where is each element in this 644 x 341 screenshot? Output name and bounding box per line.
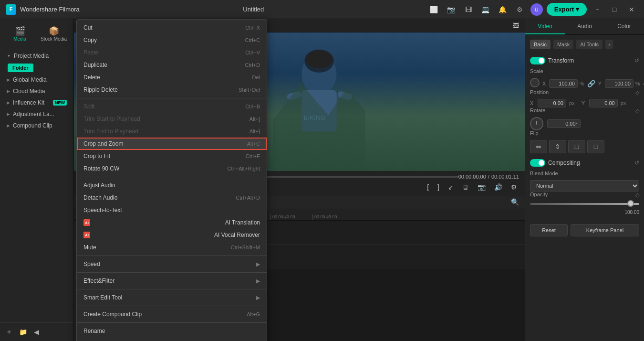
menu-sep-7 bbox=[77, 322, 267, 323]
ai-badge-vocal: AI bbox=[83, 232, 90, 238]
title-bar-right: ⬜ 📷 🎞 💻 🔔 ⚙ U Export ▾ − □ ✕ bbox=[427, 3, 638, 16]
avatar[interactable]: U bbox=[530, 3, 543, 16]
toolbar-icon-1[interactable]: ⬜ bbox=[427, 3, 441, 16]
menu-item-delete[interactable]: Delete Del bbox=[77, 71, 267, 84]
menu-sep-2 bbox=[77, 177, 267, 177]
menu-item-duplicate[interactable]: Duplicate Ctrl+D bbox=[77, 59, 267, 71]
menu-item-rename[interactable]: Rename bbox=[77, 325, 267, 337]
context-menu-overlay[interactable]: Cut Ctrl+X Copy Ctrl+C Paste Ctrl+V Dupl… bbox=[0, 19, 644, 341]
speed-arrow-icon: ▶ bbox=[256, 261, 260, 267]
window-title: Untitled bbox=[243, 6, 264, 13]
menu-item-speed[interactable]: Speed ▶ bbox=[77, 258, 267, 270]
minimize-button[interactable]: − bbox=[591, 3, 604, 16]
menu-item-adjust-audio[interactable]: Adjust Audio bbox=[77, 179, 267, 192]
effect-arrow-icon: ▶ bbox=[256, 278, 260, 284]
menu-item-disable-clip[interactable]: Disable Clip E bbox=[77, 337, 267, 341]
menu-item-split[interactable]: Split Ctrl+B bbox=[77, 100, 267, 113]
app-logo: F bbox=[6, 4, 16, 15]
menu-sep-5 bbox=[77, 289, 267, 289]
menu-item-effect-filter[interactable]: Effect&Filter ▶ bbox=[77, 275, 267, 287]
menu-item-speech-to-text[interactable]: Speech-to-Text bbox=[77, 204, 267, 216]
menu-item-ai-vocal[interactable]: AI AI Vocal Remover bbox=[77, 229, 267, 241]
menu-item-mute[interactable]: Mute Ctrl+Shift+M bbox=[77, 241, 267, 254]
menu-item-trim-start[interactable]: Trim Start to Playhead Alt+[ bbox=[77, 113, 267, 125]
maximize-button[interactable]: □ bbox=[608, 3, 621, 16]
menu-sep-6 bbox=[77, 306, 267, 306]
toolbar-icon-4[interactable]: 💻 bbox=[479, 3, 492, 16]
toolbar-icon-6[interactable]: ⚙ bbox=[513, 3, 527, 16]
title-bar: F Wondershare Filmora Untitled ⬜ 📷 🎞 💻 🔔… bbox=[0, 0, 644, 19]
menu-item-copy[interactable]: Copy Ctrl+C bbox=[77, 34, 267, 46]
menu-item-cut[interactable]: Cut Ctrl+X bbox=[77, 21, 267, 34]
menu-item-ripple-delete[interactable]: Ripple Delete Shift+Del bbox=[77, 84, 267, 96]
menu-item-detach-audio[interactable]: Detach Audio Ctrl+Alt+D bbox=[77, 192, 267, 204]
menu-item-paste[interactable]: Paste Ctrl+V bbox=[77, 46, 267, 59]
close-button[interactable]: ✕ bbox=[625, 3, 638, 16]
menu-item-crop-fit[interactable]: Crop to Fit Ctrl+F bbox=[77, 150, 267, 162]
toolbar-icon-5[interactable]: 🔔 bbox=[496, 3, 509, 16]
menu-item-crop-zoom[interactable]: Crop and Zoom Alt+C bbox=[77, 138, 267, 150]
menu-item-rotate[interactable]: Rotate 90 CW Ctrl+Alt+Right bbox=[77, 162, 267, 175]
toolbar-icon-3[interactable]: 🎞 bbox=[462, 3, 475, 16]
menu-item-compound-clip[interactable]: Create Compound Clip Alt+G bbox=[77, 308, 267, 320]
menu-item-ai-translation[interactable]: AI AI Translation bbox=[77, 216, 267, 229]
app-name: Wondershare Filmora bbox=[20, 6, 80, 13]
toolbar-icon-2[interactable]: 📷 bbox=[445, 3, 458, 16]
title-bar-left: F Wondershare Filmora bbox=[6, 4, 80, 15]
menu-sep-3 bbox=[77, 256, 267, 256]
menu-sep-1 bbox=[77, 98, 267, 98]
smart-edit-arrow-icon: ▶ bbox=[256, 295, 260, 301]
ai-badge-translation: AI bbox=[83, 219, 90, 226]
context-menu: Cut Ctrl+X Copy Ctrl+C Paste Ctrl+V Dupl… bbox=[76, 19, 267, 341]
menu-item-trim-end[interactable]: Trim End to Playhead Alt+] bbox=[77, 125, 267, 138]
menu-item-smart-edit[interactable]: Smart Edit Tool ▶ bbox=[77, 291, 267, 304]
export-button[interactable]: Export ▾ bbox=[547, 3, 587, 16]
menu-sep-4 bbox=[77, 272, 267, 273]
